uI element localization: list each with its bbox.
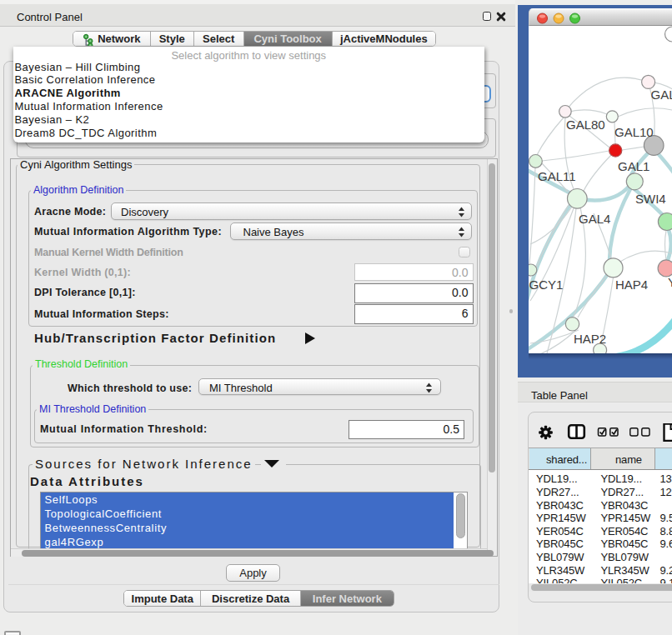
svg-text:YBR0: YBR0 <box>668 275 672 289</box>
svg-text:GAL2: GAL2 <box>651 88 672 102</box>
svg-text:HAP4: HAP4 <box>615 278 648 292</box>
svg-text:GAL80: GAL80 <box>566 118 605 132</box>
svg-text:GAL10: GAL10 <box>614 125 654 139</box>
svg-text:SWI4: SWI4 <box>635 192 666 206</box>
svg-text:HAP2: HAP2 <box>574 332 606 346</box>
svg-text:GAL4: GAL4 <box>579 212 610 226</box>
svg-text:GCY1: GCY1 <box>529 278 564 292</box>
svg-text:GAL1: GAL1 <box>618 159 649 173</box>
svg-text:GAL11: GAL11 <box>538 169 576 183</box>
